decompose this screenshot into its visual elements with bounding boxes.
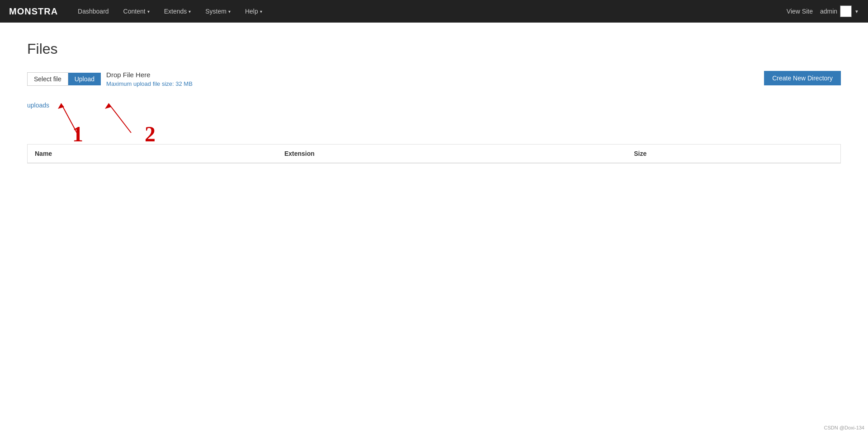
upload-button[interactable]: Upload (68, 73, 101, 85)
column-name: Name (28, 145, 277, 163)
nav-system[interactable]: System ▾ (199, 4, 237, 19)
uploads-section: uploads 1 2 (27, 94, 841, 131)
svg-line-0 (61, 103, 77, 133)
files-table: Name Extension Size (27, 144, 841, 163)
annotation-1: 1 (72, 121, 83, 146)
admin-label: admin (820, 8, 837, 15)
select-file-button[interactable]: Select file (27, 72, 68, 86)
view-site-link[interactable]: View Site (787, 8, 813, 15)
upload-info: Drop File Here Maximum upload file size:… (106, 71, 193, 87)
upload-section: Select file Upload Drop File Here Maximu… (27, 71, 841, 131)
admin-section: admin ▼ (820, 5, 859, 17)
svg-marker-1 (58, 103, 64, 109)
nav-help[interactable]: Help ▾ (239, 4, 269, 19)
navbar: MONSTRA Dashboard Content ▾ Extends ▾ Sy… (0, 0, 868, 23)
admin-dropdown-icon[interactable]: ▼ (854, 9, 859, 14)
nav-extends[interactable]: Extends ▾ (158, 4, 198, 19)
table-header: Name Extension Size (28, 145, 841, 163)
page-title: Files (27, 41, 841, 57)
nav-menu: Dashboard Content ▾ Extends ▾ System ▾ H… (71, 4, 787, 19)
brand-logo[interactable]: MONSTRA (9, 6, 58, 17)
help-dropdown-icon: ▾ (260, 9, 262, 14)
watermark: CSDN @Doxi-134 (824, 425, 864, 430)
max-upload-text: Maximum upload file size: 32 MB (106, 80, 193, 87)
avatar (840, 5, 852, 17)
navbar-right: View Site admin ▼ (787, 5, 859, 17)
upload-controls: Select file Upload Drop File Here Maximu… (27, 71, 193, 87)
create-directory-button[interactable]: Create New Directory (764, 71, 841, 85)
system-dropdown-icon: ▾ (228, 9, 231, 14)
svg-marker-3 (105, 103, 111, 109)
column-size: Size (627, 145, 840, 163)
annotation-2: 2 (145, 121, 156, 146)
upload-right: Create New Directory (764, 71, 841, 85)
svg-line-2 (108, 103, 131, 133)
nav-dashboard[interactable]: Dashboard (71, 4, 115, 19)
uploads-link[interactable]: uploads (27, 102, 49, 109)
upload-row: Select file Upload Drop File Here Maximu… (27, 71, 841, 87)
content-dropdown-icon: ▾ (147, 9, 150, 14)
drop-file-text: Drop File Here (106, 71, 193, 79)
column-extension: Extension (277, 145, 627, 163)
page-content: Files Select file Upload Drop File Here … (0, 23, 868, 434)
nav-content[interactable]: Content ▾ (117, 4, 156, 19)
extends-dropdown-icon: ▾ (189, 9, 191, 14)
